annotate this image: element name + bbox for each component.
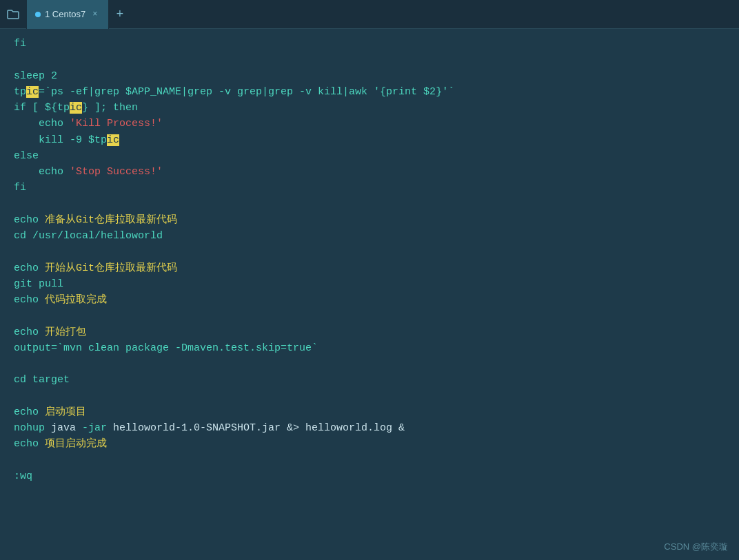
watermark: CSDN @陈奕璇: [664, 541, 728, 553]
tab-title: 1 Centos7: [45, 9, 85, 19]
code-line: else: [14, 148, 725, 164]
code-line: git pull: [14, 276, 725, 292]
code-line: tpic=`ps -ef|grep $APP_NAME|grep -v grep…: [14, 84, 725, 100]
code-line: :wq: [14, 468, 725, 484]
code-line: echo 'Kill Process!': [14, 116, 725, 132]
code-line: [14, 388, 725, 404]
code-line: [14, 453, 725, 468]
code-line: [14, 52, 725, 68]
tab-status-dot: [35, 12, 41, 17]
code-line: [14, 196, 725, 212]
code-line: cd target: [14, 372, 725, 388]
code-line: fi: [14, 180, 725, 196]
tab-bar: 1 Centos7 × +: [0, 0, 739, 29]
code-line: kill -9 $tpic: [14, 132, 725, 148]
code-line: fi: [14, 36, 725, 52]
code-line: echo 开始打包: [14, 324, 725, 340]
code-line: echo 开始从Git仓库拉取最新代码: [14, 260, 725, 276]
code-line: cd /usr/local/helloworld: [14, 228, 725, 244]
code-editor: fi sleep 2tpic=`ps -ef|grep $APP_NAME|gr…: [0, 29, 739, 560]
code-line: echo 准备从Git仓库拉取最新代码: [14, 212, 725, 228]
code-line: [14, 356, 725, 372]
code-line: if [ ${tpic} ]; then: [14, 100, 725, 116]
code-line: sleep 2: [14, 68, 725, 84]
code-line: echo 'Stop Success!': [14, 164, 725, 180]
code-line: [14, 308, 725, 324]
code-line: echo 项目启动完成: [14, 436, 725, 452]
code-line: nohup java -jar helloworld-1.0-SNAPSHOT.…: [14, 420, 725, 436]
terminal-tab[interactable]: 1 Centos7 ×: [26, 0, 109, 29]
new-tab-button[interactable]: +: [109, 0, 131, 29]
tab-close-button[interactable]: ×: [92, 10, 97, 19]
folder-icon: [0, 0, 26, 29]
code-line: echo 启动项目: [14, 404, 725, 420]
code-line: echo 代码拉取完成: [14, 292, 725, 308]
code-line: [14, 244, 725, 260]
code-line: output=`mvn clean package -Dmaven.test.s…: [14, 340, 725, 356]
